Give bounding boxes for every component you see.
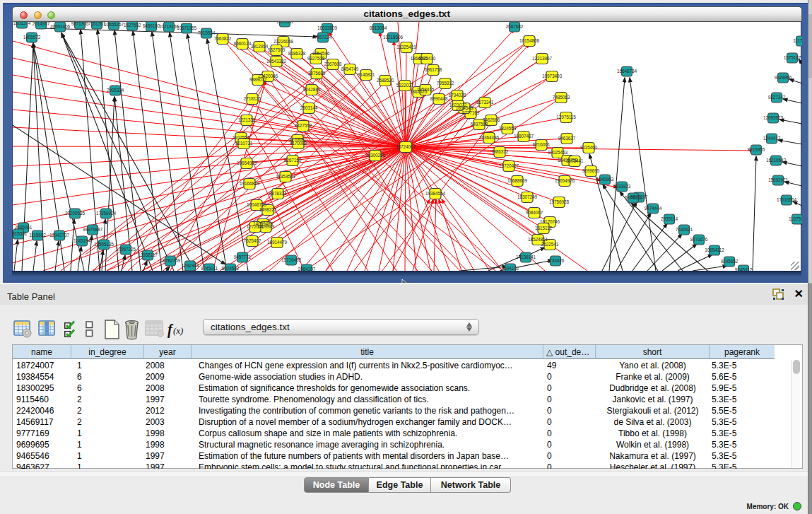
- svg-text:99975887: 99975887: [83, 227, 103, 232]
- svg-text:10958117: 10958117: [138, 252, 158, 257]
- svg-text:2803144: 2803144: [300, 105, 318, 110]
- svg-text:2522541: 2522541: [541, 242, 559, 247]
- svg-text:1107551: 1107551: [233, 135, 250, 140]
- svg-text:4170082: 4170082: [290, 141, 307, 146]
- svg-text:12942737: 12942737: [49, 233, 70, 238]
- svg-text:10543382: 10543382: [266, 59, 287, 64]
- svg-text:8813054: 8813054: [370, 25, 387, 30]
- svg-text:1244413: 1244413: [763, 136, 781, 141]
- svg-text:3915591: 3915591: [13, 231, 28, 236]
- svg-text:7357224: 7357224: [314, 35, 332, 40]
- svg-text:14136141: 14136141: [516, 255, 536, 259]
- svg-text:12505135: 12505135: [94, 242, 114, 247]
- svg-text:8471676: 8471676: [690, 237, 708, 242]
- svg-text:1958415: 1958415: [417, 87, 435, 92]
- svg-text:16154808: 16154808: [519, 38, 540, 43]
- svg-text:2935114: 2935114: [661, 216, 678, 221]
- svg-text:18300295: 18300295: [365, 153, 386, 158]
- svg-text:2588520: 2588520: [377, 78, 394, 83]
- svg-text:10671355: 10671355: [177, 25, 197, 30]
- svg-text:(x): (x): [173, 325, 183, 336]
- svg-text:9242845: 9242845: [303, 87, 321, 92]
- svg-text:1167533: 1167533: [789, 216, 802, 221]
- svg-text:7485063: 7485063: [553, 95, 570, 100]
- svg-text:18524851: 18524851: [528, 237, 548, 242]
- svg-text:8186328: 8186328: [288, 51, 306, 56]
- svg-text:2905334: 2905334: [107, 88, 124, 93]
- svg-text:8024502: 8024502: [222, 266, 240, 271]
- svg-text:1621072: 1621072: [449, 103, 467, 107]
- svg-text:1001374: 1001374: [13, 22, 31, 25]
- svg-text:9329966: 9329966: [775, 75, 792, 80]
- svg-text:10973493: 10973493: [542, 74, 563, 78]
- svg-text:2014957: 2014957: [33, 22, 50, 26]
- svg-text:1527602: 1527602: [124, 23, 141, 28]
- svg-text:20206535: 20206535: [65, 211, 86, 216]
- svg-text:8878334: 8878334: [269, 191, 287, 196]
- svg-text:7986372: 7986372: [491, 149, 509, 154]
- svg-text:9777169: 9777169: [462, 110, 480, 115]
- svg-text:10046755: 10046755: [247, 202, 267, 207]
- svg-text:8267150: 8267150: [284, 158, 302, 163]
- svg-text:17016504: 17016504: [777, 197, 797, 202]
- svg-text:8660124: 8660124: [234, 41, 252, 46]
- svg-text:1673341: 1673341: [476, 100, 494, 105]
- svg-text:1615112: 1615112: [535, 226, 553, 230]
- svg-text:9699695: 9699695: [582, 168, 600, 173]
- svg-text:2718126: 2718126: [244, 96, 261, 101]
- svg-text:9889012: 9889012: [249, 77, 267, 82]
- svg-text:9457771: 9457771: [234, 255, 252, 259]
- svg-text:2367608: 2367608: [324, 62, 342, 66]
- svg-text:6216001: 6216001: [533, 142, 551, 147]
- svg-text:19218506: 19218506: [383, 35, 404, 40]
- svg-text:9871305: 9871305: [71, 22, 89, 26]
- svg-text:17359924: 17359924: [96, 211, 117, 216]
- svg-text:18724007: 18724007: [396, 144, 416, 149]
- svg-text:19654926: 19654926: [555, 178, 575, 183]
- svg-text:1221338: 1221338: [238, 117, 256, 122]
- svg-text:1603381: 1603381: [276, 22, 294, 24]
- svg-text:3912954: 3912954: [251, 44, 269, 49]
- svg-text:2635061: 2635061: [15, 225, 33, 230]
- svg-text:1117243: 1117243: [793, 38, 802, 43]
- svg-text:3824554: 3824554: [499, 126, 517, 131]
- svg-text:6466160: 6466160: [143, 23, 160, 28]
- svg-text:9084067: 9084067: [526, 210, 543, 215]
- svg-text:1145194: 1145194: [73, 238, 91, 243]
- svg-text:19166829: 19166829: [240, 181, 260, 186]
- svg-text:20691406: 20691406: [50, 24, 71, 29]
- svg-text:9327509: 9327509: [268, 47, 286, 52]
- svg-text:1010731: 1010731: [235, 141, 253, 146]
- svg-text:17957225: 17957225: [116, 247, 136, 252]
- svg-text:11325419: 11325419: [396, 45, 416, 49]
- svg-text:16914479: 16914479: [267, 240, 288, 245]
- svg-text:16120746: 16120746: [540, 219, 560, 224]
- svg-text:15716485: 15716485: [281, 257, 302, 262]
- svg-text:15692971: 15692971: [768, 177, 789, 182]
- svg-text:7955812: 7955812: [437, 81, 454, 86]
- svg-text:6794028: 6794028: [449, 93, 466, 98]
- svg-text:5933923: 5933923: [613, 184, 631, 189]
- svg-text:9327508: 9327508: [307, 56, 325, 61]
- svg-text:9115460: 9115460: [580, 145, 598, 150]
- svg-text:16648784: 16648784: [617, 69, 637, 74]
- svg-text:12213967: 12213967: [532, 56, 553, 61]
- svg-text:8990448: 8990448: [430, 96, 448, 101]
- svg-text:10807487: 10807487: [514, 134, 534, 139]
- svg-text:18307249: 18307249: [517, 194, 538, 199]
- svg-text:9245011: 9245011: [201, 266, 218, 271]
- svg-text:10654112: 10654112: [705, 247, 724, 252]
- svg-text:1405572: 1405572: [23, 35, 41, 40]
- svg-text:20364436: 20364436: [479, 135, 500, 140]
- svg-text:10655267: 10655267: [104, 22, 124, 27]
- svg-text:11353594: 11353594: [276, 174, 295, 179]
- svg-text:16210643: 16210643: [766, 158, 787, 163]
- svg-text:1733426: 1733426: [547, 258, 565, 263]
- svg-text:16033809: 16033809: [317, 25, 338, 30]
- svg-text:16782759: 16782759: [160, 258, 181, 263]
- svg-text:2087682: 2087682: [506, 24, 524, 29]
- svg-text:8454749: 8454749: [341, 66, 359, 71]
- svg-text:1272001: 1272001: [247, 224, 264, 229]
- svg-text:1115682: 1115682: [29, 233, 46, 238]
- svg-text:9474444: 9474444: [645, 206, 662, 211]
